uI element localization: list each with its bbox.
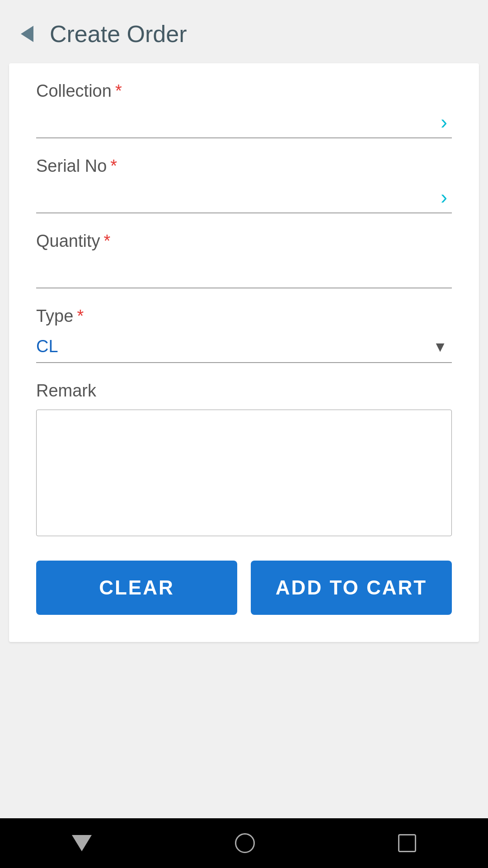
form-card: Collection * › Serial No * › Quantity * … — [9, 63, 479, 642]
serial-no-label: Serial No * — [36, 156, 452, 176]
collection-required-star: * — [115, 81, 122, 101]
serial-no-required-star: * — [110, 156, 117, 176]
back-button[interactable] — [14, 20, 41, 47]
nav-home-icon[interactable] — [235, 833, 255, 853]
add-to-cart-button[interactable]: ADD TO CART — [251, 561, 452, 615]
page-title: Create Order — [50, 20, 187, 47]
collection-label: Collection * — [36, 81, 452, 101]
nav-back-icon[interactable] — [72, 835, 92, 851]
quantity-required-star: * — [104, 231, 111, 251]
remark-field-group: Remark — [36, 381, 452, 538]
quantity-label: Quantity * — [36, 231, 452, 251]
nav-home-circle — [235, 833, 255, 853]
nav-recents-square — [398, 834, 416, 852]
action-buttons-row: CLEAR ADD TO CART — [36, 561, 452, 615]
bottom-nav-bar — [0, 818, 488, 868]
serial-no-input[interactable] — [36, 180, 452, 213]
remark-textarea[interactable] — [36, 410, 452, 536]
nav-recents-icon[interactable] — [398, 834, 416, 852]
quantity-field-group: Quantity * — [36, 231, 452, 288]
type-select[interactable]: CL Other — [36, 330, 452, 363]
serial-no-input-wrapper: › — [36, 180, 452, 213]
collection-input[interactable] — [36, 105, 452, 138]
quantity-input[interactable] — [36, 255, 452, 288]
header: Create Order — [0, 0, 488, 63]
back-icon — [21, 26, 33, 42]
collection-input-wrapper: › — [36, 105, 452, 138]
quantity-input-wrapper — [36, 255, 452, 288]
type-label: Type * — [36, 307, 452, 326]
type-select-wrapper: CL Other ▼ — [36, 330, 452, 363]
clear-button[interactable]: CLEAR — [36, 561, 237, 615]
remark-label: Remark — [36, 381, 452, 401]
type-required-star: * — [77, 307, 84, 326]
type-field-group: Type * CL Other ▼ — [36, 307, 452, 363]
serial-no-field-group: Serial No * › — [36, 156, 452, 213]
collection-field-group: Collection * › — [36, 81, 452, 138]
nav-back-triangle — [72, 835, 92, 851]
